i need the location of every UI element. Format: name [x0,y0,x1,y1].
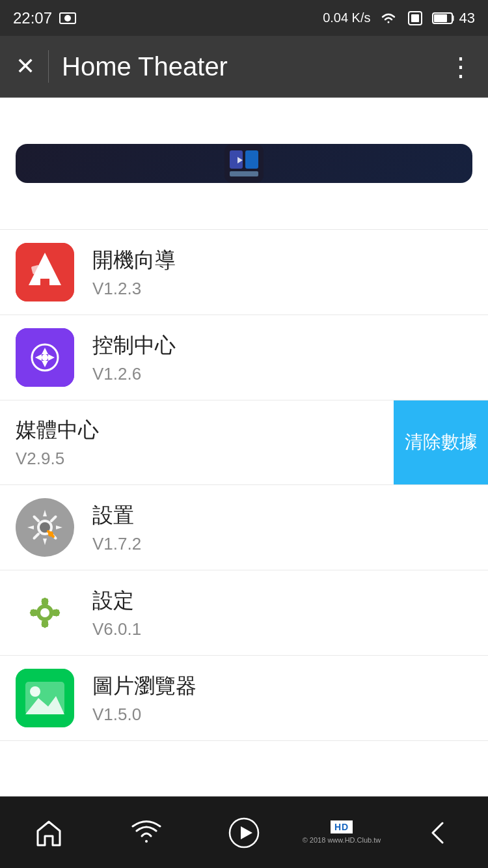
app-version: V1.2.3 [92,279,472,299]
hd-logo-text: HD [334,822,349,832]
list-item[interactable]: 設置 V1.7.2 [0,485,488,570]
status-bar-right: 0.04 K/s 43 [323,10,475,27]
nav-play-button[interactable] [195,797,293,868]
svg-marker-43 [241,826,252,839]
status-time: 22:07 [13,9,52,27]
app-info: 設置 V1.7.2 [92,501,472,554]
app-icon-poster [16,144,472,183]
nav-back-button[interactable] [390,797,488,868]
status-bar-left: 22:07 [13,9,77,27]
app-icon-gallery [16,669,74,727]
app-name: 圖片瀏覽器 [92,672,472,701]
app-name: 控制中心 [92,331,472,360]
svg-rect-13 [40,279,49,290]
app-info: 開機向導 V1.2.3 [92,246,472,299]
svg-point-29 [40,608,49,617]
close-button[interactable]: ✕ [16,53,35,80]
wifi-status-icon [379,10,398,26]
app-name: 設置 [92,501,472,530]
app-bar-title: Home Theater [62,52,228,81]
svg-rect-9 [230,171,258,176]
list-item[interactable]: 海報牆2.0 V1.5.5 [0,98,488,230]
nav-hdclub-button[interactable]: HD © 2018 www.HD.Club.tw [293,797,390,868]
wifi-icon [130,817,163,849]
app-icon-settings-green [16,583,74,642]
app-name: 開機向導 [92,246,472,275]
app-info: 設定 V6.0.1 [92,587,472,639]
app-name: 設定 [92,587,472,615]
back-icon [423,817,455,849]
app-bar-left: ✕ Home Theater [16,50,228,83]
hd-logo: HD [331,820,353,833]
battery-icon: 43 [432,10,475,27]
svg-rect-3 [411,14,419,22]
app-info: 控制中心 V1.2.6 [92,331,472,384]
list-item[interactable]: 圖片瀏覽器 V1.5.0 [0,656,488,741]
app-icon-control [16,328,74,387]
media-center-row[interactable]: 媒體中心 V2.9.5 清除數據 [0,400,488,485]
bottom-nav: HD © 2018 www.HD.Club.tw [0,796,488,868]
app-icon-settings-gray [16,498,74,557]
app-version: V1.5.0 [92,705,472,725]
svg-point-21 [42,354,48,361]
screenshot-icon [59,10,77,26]
copyright-text: © 2018 www.HD.Club.tw [303,836,381,845]
play-icon [228,817,260,849]
network-speed: 0.04 K/s [323,10,370,25]
battery-level: 43 [459,10,475,27]
app-bar: ✕ Home Theater ⋮ [0,36,488,98]
app-bar-divider [48,50,49,83]
svg-point-1 [64,15,71,21]
app-version: V1.2.6 [92,364,472,384]
svg-point-40 [30,686,40,697]
list-item[interactable]: 設定 V6.0.1 [0,570,488,656]
more-options-button[interactable]: ⋮ [448,51,472,81]
list-item[interactable]: 控制中心 V1.2.6 [0,315,488,400]
app-name: 媒體中心 [16,416,378,445]
status-bar: 22:07 0.04 K/s 43 [0,0,488,36]
svg-rect-8 [245,150,258,169]
app-list: 海報牆2.0 V1.5.5 開機向導 V1.2.3 [0,98,488,796]
app-version: V1.7.2 [92,534,472,554]
app-version: V2.9.5 [16,449,378,469]
app-version: V6.0.1 [92,619,472,639]
app-info: 圖片瀏覽器 V1.5.0 [92,672,472,725]
sim-icon [406,10,424,26]
home-icon [33,817,65,849]
app-icon-startup [16,243,74,301]
list-item[interactable]: 開機向導 V1.2.3 [0,230,488,315]
svg-rect-5 [434,14,447,22]
clear-data-button[interactable]: 清除數據 [394,400,488,484]
nav-home-button[interactable] [0,797,98,868]
nav-wifi-button[interactable] [98,797,195,868]
media-center-content: 媒體中心 V2.9.5 [0,400,394,484]
